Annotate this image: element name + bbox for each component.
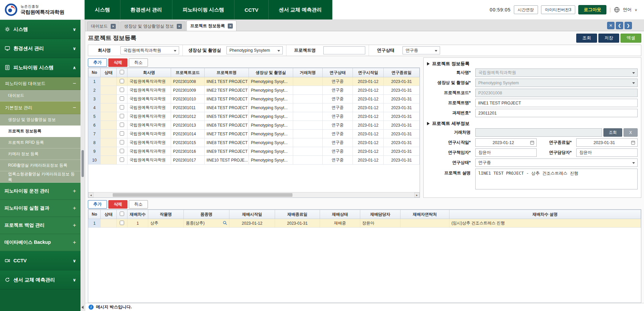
calendar-icon[interactable]: [530, 140, 534, 146]
topnav-item[interactable]: CCTV: [234, 0, 269, 19]
scrollbar-track[interactable]: [94, 192, 414, 197]
tab-close-icon[interactable]: ✕: [177, 24, 182, 29]
tab[interactable]: 생장상 및 영상촬영실 정보 ✕: [120, 21, 185, 31]
sidebar-item-cctv[interactable]: CCTV ∨: [0, 251, 80, 270]
row-checkbox[interactable]: [120, 149, 124, 153]
project-name-field[interactable]: [475, 99, 638, 107]
tab[interactable]: 대쉬보드 ✕: [87, 21, 119, 31]
prev-tab-button[interactable]: ❮: [616, 22, 623, 29]
task-number-input[interactable]: [475, 109, 638, 117]
row-checkbox[interactable]: [120, 96, 124, 101]
search-button[interactable]: 조회: [576, 34, 597, 43]
extend-session-button[interactable]: 시간연장: [514, 5, 538, 14]
row-checkbox[interactable]: [120, 221, 124, 225]
scroll-left-arrow[interactable]: ◄: [88, 192, 94, 197]
horizontal-scrollbar[interactable]: ◄ ►: [88, 192, 420, 197]
language-chevron-down-icon[interactable]: ∨: [635, 8, 637, 12]
splitter-collapse-icon[interactable]: [82, 306, 84, 309]
project-table-row[interactable]: 7 국립원예특작과학원 P202301014 lINE7 TEST PROJEC…: [89, 130, 420, 138]
scroll-right-arrow[interactable]: ►: [414, 192, 420, 197]
project-name-input[interactable]: [323, 46, 365, 54]
cancel-button[interactable]: 취소: [129, 58, 148, 67]
project-table-row[interactable]: 6 국립원예특작과학원 P202301013 lINE6 TEST PROJEC…: [89, 121, 420, 130]
client-input[interactable]: [475, 128, 602, 137]
company-filter-select[interactable]: 국립원예특작과학원: [120, 46, 179, 54]
client-clear-button[interactable]: X: [624, 128, 638, 137]
topnav-item[interactable]: 센서 교체 예측관리: [269, 0, 332, 19]
sidebar-group-operation-management[interactable]: 피노타이핑 운전 관리 +: [0, 183, 80, 200]
sidebar-item-camera-info[interactable]: 카메라 정보 등록: [0, 148, 80, 160]
sidebar-section-phenotyping-dashboard[interactable]: 피노타이핑 대쉬보드 −: [0, 77, 80, 90]
sidebar-item-phenotyping[interactable]: 피노타이핑 시스템 ∧: [0, 58, 80, 77]
add-button[interactable]: 추가: [88, 58, 107, 67]
sidebar-group-experiment-results[interactable]: 피노타이핑 실험 결과 +: [0, 200, 80, 217]
close-all-tabs-button[interactable]: ✕: [607, 22, 614, 29]
research-manager-input[interactable]: [475, 148, 537, 157]
variety-search-icon[interactable]: [223, 221, 227, 226]
select-all-checkbox[interactable]: [120, 212, 124, 216]
sidebar-item-project-rfid[interactable]: 프로젝트 RFID 등록: [0, 137, 80, 148]
user-version-button[interactable]: 아이티컨버전3: [541, 5, 576, 14]
tab-close-icon[interactable]: ✕: [228, 24, 233, 29]
sidebar-item-dashboard[interactable]: 대쉬보드: [0, 90, 80, 101]
delete-button[interactable]: 삭제: [108, 58, 127, 67]
sidebar-section-basic-info[interactable]: 기본정보 관리 −: [0, 101, 80, 114]
row-checkbox[interactable]: [120, 123, 124, 127]
save-button[interactable]: 저장: [598, 34, 619, 43]
end-date-input[interactable]: 2023-01-31: [576, 138, 638, 147]
add-button[interactable]: 추가: [88, 200, 107, 209]
row-checkbox[interactable]: [120, 140, 124, 144]
client-search-button[interactable]: 조회: [603, 128, 622, 137]
project-table-row[interactable]: 9 국립원예특작과학원 P202301016 lINE9 TEST PROJEC…: [89, 147, 420, 156]
research-status-select[interactable]: 연구중: [475, 159, 638, 167]
row-checkbox[interactable]: [120, 88, 124, 92]
chamber-filter-select[interactable]: Phenotyping Sysytem: [226, 46, 283, 54]
org-logo[interactable]: 농촌진흥청 국립원예특작과학원: [0, 0, 85, 19]
chamber-select[interactable]: Phenotyping Sysytem: [475, 79, 638, 87]
sidebar-item-rgb-camera-coords[interactable]: RGB촬영실 카메라좌표정보 등록: [0, 160, 80, 171]
sidebar-item-growth-room-info[interactable]: 생장상 및 영상촬영실 정보: [0, 114, 80, 126]
row-checkbox[interactable]: [120, 114, 124, 118]
sidebar-group-database-backup[interactable]: 데이타베이스 Backup +: [0, 234, 80, 251]
project-table-row[interactable]: 8 국립원예특작과학원 P202301015 lINE8 TEST PROJEC…: [89, 138, 420, 147]
project-table-row[interactable]: 1 국립원예특작과학원 P202301008 lINE1 TEST PROJEC…: [89, 77, 420, 86]
project-table-row[interactable]: 3 국립원예특작과학원 P202301010 lINE3 TEST PROJEC…: [89, 95, 420, 103]
project-table-row[interactable]: 4 국립원예특작과학원 P202301011 lINE4 TEST PROJEC…: [89, 103, 420, 112]
scrollbar-thumb[interactable]: [113, 193, 292, 197]
panel-splitter[interactable]: [80, 20, 85, 311]
row-checkbox[interactable]: [120, 131, 124, 136]
company-select[interactable]: 국립원예특작과학원: [475, 69, 638, 77]
row-checkbox[interactable]: [120, 105, 124, 109]
sidebar-item-system[interactable]: 시스템 ∨: [0, 20, 80, 39]
project-code-input[interactable]: [475, 89, 638, 97]
topnav-item[interactable]: 시스템: [85, 0, 120, 19]
cancel-button[interactable]: 취소: [129, 200, 148, 209]
sidebar-item-env-sensor[interactable]: 환경센서 관리 ∨: [0, 39, 80, 58]
language-label[interactable]: 언어: [623, 7, 632, 13]
topnav-item[interactable]: 환경센서 관리: [120, 0, 172, 19]
topnav-item[interactable]: 피노타이핑 시스템: [172, 0, 234, 19]
sidebar-group-project-backup[interactable]: 프로젝트 백업 관리 +: [0, 217, 80, 234]
sidebar-item-sensor-replacement[interactable]: 센서 교체 예측관리 ∨: [0, 270, 80, 290]
cultivation-table-row[interactable]: 1 1 상추 품종(상추): [89, 219, 641, 228]
excel-button[interactable]: 엑셀: [621, 34, 641, 43]
splitter-drag-handle[interactable]: [82, 150, 84, 177]
project-description-textarea[interactable]: lINE1 TEST PROJECT - 상추 건조스트레스 진행: [475, 169, 638, 189]
sidebar-item-project-registration[interactable]: 프로젝트 정보등록: [0, 126, 80, 137]
globe-icon[interactable]: [614, 7, 620, 13]
sidebar-item-chlorophyll-camera-coords[interactable]: 엽록소형광촬영실 카메라좌표정보 등록: [0, 171, 80, 183]
row-checkbox[interactable]: [120, 158, 124, 162]
tab[interactable]: 프로젝트 정보등록 ✕: [186, 20, 236, 31]
status-filter-select[interactable]: 연구중: [402, 46, 440, 54]
start-date-input[interactable]: 2023-01-12: [475, 138, 537, 147]
delete-button[interactable]: 삭제: [108, 200, 127, 209]
tab-close-icon[interactable]: ✕: [111, 24, 116, 29]
next-tab-button[interactable]: ❯: [625, 22, 632, 29]
project-table-row[interactable]: 2 국립원예특작과학원 P202301009 lINE2 TEST PROJEC…: [89, 86, 420, 95]
calendar-icon[interactable]: [631, 140, 635, 146]
research-staff-input[interactable]: [576, 148, 638, 157]
select-all-checkbox[interactable]: [120, 70, 124, 74]
project-table-row[interactable]: 10 국립원예특작과학원 P202301017 lINE10 TEST PROJ…: [89, 156, 420, 165]
row-checkbox[interactable]: [120, 79, 124, 83]
project-table-row[interactable]: 5 국립원예특작과학원 P202301012 lINE5 TEST PROJEC…: [89, 112, 420, 121]
